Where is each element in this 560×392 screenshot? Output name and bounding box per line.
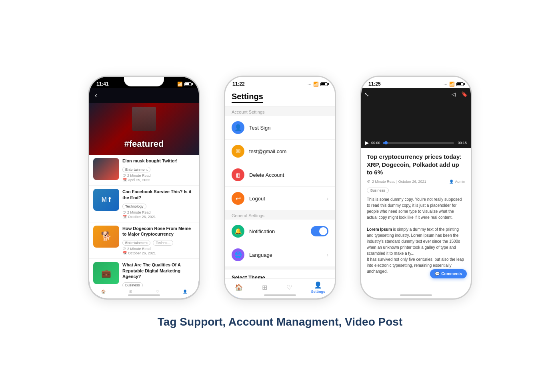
settings-content: Settings Account Settings 👤 Test Sign ✉ … (225, 88, 335, 300)
news-thumb-doge: 🐕 (93, 226, 119, 248)
wifi-icon-3: 📶 (449, 82, 455, 87)
article-title: Top cryptocurrency prices today: XRP, Do… (367, 153, 465, 176)
settings-row-logout[interactable]: ↩ Logout › (225, 187, 335, 210)
comment-icon: 💬 (435, 272, 440, 276)
news-item[interactable]: 🐕 How Dogecoin Rose From Meme to Major C… (89, 222, 199, 259)
news-item[interactable]: M f Can Facebook Survive This? Is it the… (89, 186, 199, 222)
logout-icon: ↩ (232, 192, 244, 205)
settings-title: Settings (232, 92, 263, 103)
article-body-wrapper: Top cryptocurrency prices today: XRP, Do… (361, 148, 471, 279)
clock-icon: ⏱ (367, 180, 370, 184)
author-name: Admin (455, 180, 465, 184)
nav-favorite-2[interactable]: ♡ (286, 284, 292, 291)
general-settings-card: 🔔 Notification 🌐 Language › (225, 220, 335, 266)
notification-toggle[interactable] (311, 226, 328, 236)
page-footer: Tag Support, Account Managment, Video Po… (158, 316, 402, 328)
phone-settings: 11:22 ··· 📶 Settings Account Settings 👤 … (224, 76, 336, 300)
video-progress-bar[interactable] (383, 142, 454, 144)
nav-home-2[interactable]: 🏠 (235, 284, 243, 291)
article-meta-left: ⏱ 2 Minute Read | October 26, 2021 (367, 180, 426, 184)
article-intro: This is some dummy copy. You're not real… (367, 196, 465, 220)
video-section: ⤡ ◁ 🔖 ▶ 00:00 -00:15 (361, 88, 471, 148)
play-button[interactable]: ▶ (365, 140, 369, 146)
tag-pill-2[interactable]: Techno... (153, 240, 173, 246)
news-meta: ⏱2 Minute Read 📅April 29, 2022 (122, 174, 195, 182)
nav-browse[interactable]: ⊞ (129, 290, 132, 294)
nav-home[interactable]: 🏠 (101, 290, 106, 294)
tag-pill[interactable]: Technology (122, 204, 146, 209)
settings-row-text-logout: Logout (249, 196, 322, 202)
nav-favorite[interactable]: ♡ (156, 290, 159, 294)
chevron-icon-language: › (326, 252, 328, 258)
article-meta-right: 👤 Admin (449, 180, 465, 184)
news-info: How Dogecoin Rose From Meme to Major Cry… (122, 226, 195, 256)
status-time-2: 11:22 (232, 81, 245, 87)
settings-row-name[interactable]: 👤 Test Sign (225, 116, 335, 140)
settings-row-delete[interactable]: 🗑 Delete Account (225, 163, 335, 187)
share-icon[interactable]: ◁ (452, 91, 456, 98)
user-icon: 👤 (232, 121, 244, 134)
tag-pill[interactable]: Entertainment (122, 167, 150, 172)
expand-icon[interactable]: ⤡ (364, 91, 369, 98)
settings-row-language[interactable]: 🌐 Language › (225, 243, 335, 266)
featured-image: #featured (89, 103, 199, 155)
bottom-nav-1: 🏠 ⊞ ♡ 👤 (89, 287, 199, 298)
news-info: Can Facebook Survive This? Is it the End… (122, 189, 195, 219)
account-section-label: Account Settings (225, 106, 335, 116)
comments-fab-button[interactable]: 💬 Comments (430, 269, 467, 278)
news-list: Elon musk bought Twitter! Entertainment … (89, 155, 199, 293)
back-icon[interactable]: ‹ (95, 91, 97, 100)
news-feed-content: ‹ #featured Elon musk bought Twitter! En… (89, 88, 199, 300)
article-content-wrapper: ⤡ ◁ 🔖 ▶ 00:00 -00:15 Top c (361, 88, 471, 300)
nav-settings[interactable]: 👤 (183, 290, 187, 294)
tag-pill[interactable]: Entertainment (122, 240, 150, 246)
status-icons-3: ··· 📶 (444, 82, 464, 87)
phone-article: 11:25 ··· 📶 ⤡ ◁ 🔖 ▶ 00:00 (360, 76, 472, 300)
news-thumb-fb: M f (93, 189, 119, 211)
settings-row-notification[interactable]: 🔔 Notification (225, 220, 335, 243)
article-lorem: Lorem Ipsum is simply a dummy text of th… (367, 226, 465, 256)
settings-row-email[interactable]: ✉ test@gmail.com (225, 140, 335, 163)
lorem-label: Lorem Ipsum (367, 227, 392, 232)
email-icon: ✉ (232, 145, 244, 158)
battery-icon-3 (456, 82, 464, 86)
signal-dots-3: ··· (444, 82, 448, 86)
news-title: What Are The Qualities Of A Reputable Di… (122, 262, 195, 279)
news-info: Elon musk bought Twitter! Entertainment … (122, 158, 195, 182)
settings-row-text-name: Test Sign (249, 125, 328, 131)
news-item[interactable]: Elon musk bought Twitter! Entertainment … (89, 155, 199, 186)
delete-icon: 🗑 (232, 168, 244, 181)
chevron-icon-logout: › (326, 195, 328, 202)
notch (124, 77, 164, 86)
phones-container: 11:41 📶 ‹ #featured Elon musk bought Twi… (88, 76, 472, 300)
settings-header: Settings (225, 88, 335, 106)
language-icon: 🌐 (232, 248, 244, 261)
article-top-icons: ⤡ ◁ 🔖 (364, 91, 468, 98)
article-tag[interactable]: Business (367, 188, 389, 193)
news-meta: ⏱2 Minute Read 📅October 26, 2021 (122, 210, 195, 219)
nav-browse-2[interactable]: ⊞ (262, 284, 267, 291)
featured-person-image (132, 107, 156, 131)
notification-icon: 🔔 (232, 225, 244, 238)
status-time-3: 11:25 (368, 81, 381, 87)
topbar: ‹ (89, 88, 199, 103)
news-meta: ⏱2 Minute Read 📅October 26, 2021 (122, 247, 195, 255)
phone-news-feed: 11:41 📶 ‹ #featured Elon musk bought Twi… (88, 76, 200, 300)
video-time-start: 00:00 (371, 141, 380, 145)
video-time-end: -00:15 (456, 141, 467, 145)
video-controls: ▶ 00:00 -00:15 (361, 138, 471, 148)
status-icons-2: ··· 📶 (308, 82, 328, 87)
notch-2 (260, 77, 300, 86)
news-title: How Dogecoin Rose From Meme to Major Cry… (122, 226, 195, 237)
settings-row-text-delete: Delete Account (249, 172, 328, 178)
news-title: Elon musk bought Twitter! (122, 158, 195, 164)
read-time: 2 Minute Read | October 26, 2021 (372, 180, 426, 184)
article-body: This is some dummy copy. You're not real… (367, 196, 465, 274)
home-indicator-3 (400, 294, 432, 296)
bookmark-icon[interactable]: 🔖 (461, 91, 468, 98)
battery-icon (184, 82, 192, 86)
settings-row-text-email: test@gmail.com (249, 148, 328, 154)
wifi-icon: 📶 (177, 82, 183, 87)
signal-dots: ··· (308, 82, 312, 86)
nav-settings-2[interactable]: 👤 Settings (311, 281, 326, 294)
